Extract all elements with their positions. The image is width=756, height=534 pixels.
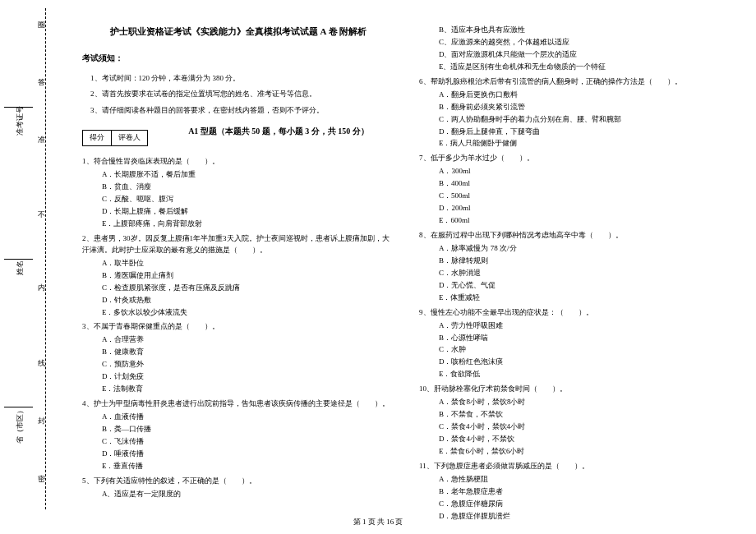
notice-1: 1、考试时间：120 分钟，本卷满分为 380 分。 — [90, 73, 394, 85]
q7-opt-e: E．600ml — [439, 215, 731, 227]
q6-opt-c: C．两人协助翻身时手的着力点分别在肩、腰、臂和腕部 — [439, 114, 731, 126]
q1-opt-c: C．反酸、呃呕、腹泻 — [102, 194, 394, 205]
q11-opt-a: A．急性肠梗阻 — [439, 474, 731, 486]
q5-stem: 5、下列有关适应特性的叙述，不正确的是（ ）。 — [82, 476, 394, 487]
q9-opt-d: D．咳粉红色泡沫痰 — [439, 357, 731, 368]
main-content: 护士职业资格证考试《实践能力》全真模拟考试试题 A 卷 附解析 考试须知： 1、… — [70, 0, 756, 534]
q11-opt-c: C．急腹症伴糖尿病 — [439, 499, 731, 510]
q8-opt-d: D．无心慌、气促 — [439, 280, 731, 292]
q6-opt-a: A．翻身后更换伤口敷料 — [439, 90, 731, 101]
seal-word-1: 答 — [36, 72, 47, 79]
q11-stem: 11、下列急腹症患者必须做胃肠减压的是（ ）。 — [419, 461, 731, 472]
q3-opt-d: D．计划免疫 — [102, 371, 394, 383]
exam-title: 护士职业资格证考试《实践能力》全真模拟考试试题 A 卷 附解析 — [82, 25, 394, 39]
field-region-line — [4, 407, 33, 407]
q9-opt-a: A．劳力性呼吸困难 — [439, 320, 731, 332]
q5-opt-e: E、适应是区别有生命机体和无生命物质的一个特征 — [439, 62, 731, 73]
notice-2: 2、请首先按要求在试卷的指定位置填写您的姓名、准考证号等信息。 — [90, 89, 394, 100]
score-box: 得分 评卷人 — [82, 130, 148, 146]
notice-3: 3、请仔细阅读各种题目的回答要求，在密封线内答题，否则不予评分。 — [90, 105, 394, 117]
q4-opt-a: A．血液传播 — [102, 412, 394, 423]
q10-opt-e: E．禁食6小时，禁饮6小时 — [439, 446, 731, 458]
q3-opt-e: E．法制教育 — [102, 384, 394, 395]
q7-opt-c: C．500ml — [439, 191, 731, 202]
q7-opt-b: B．400ml — [439, 178, 731, 190]
seal-word-6: 封 — [36, 411, 47, 417]
q2-opt-a: A．取半卧位 — [102, 258, 394, 269]
q2-opt-e: E．多饮水以较少体液流失 — [102, 307, 394, 319]
field-name-line — [4, 259, 33, 260]
page-footer: 第 1 页 共 16 页 — [0, 517, 756, 527]
q5-opt-c: C、应激源来的越突然，个体越难以适应 — [439, 37, 731, 48]
q4-opt-c: C．飞沫传播 — [102, 436, 394, 448]
seal-word-4: 内 — [36, 278, 47, 284]
q2-opt-b: B．遵医嘱使用止痛剂 — [102, 270, 394, 282]
seal-word-0: 圈 — [36, 15, 47, 21]
q9-opt-b: B．心源性哮喘 — [439, 333, 731, 344]
q10-opt-b: B．不禁食，不禁饮 — [439, 409, 731, 421]
q4-opt-e: E．垂直传播 — [102, 461, 394, 472]
q10-stem: 10、肝动脉栓塞化疗术前禁食时间（ ）。 — [419, 384, 731, 395]
q9-stem: 9、慢性左心功能不全最早出现的症状是：（ ）。 — [419, 307, 731, 319]
q6-opt-b: B．翻身前必须夹紧引流管 — [439, 102, 731, 113]
grader-label: 评卷人 — [112, 131, 147, 145]
q5-opt-d: D、面对应激源机体只能做一个层次的适应 — [439, 49, 731, 61]
question-type-heading: A1 型题（本题共 50 题，每小题 3 分，共 150 分） — [163, 125, 394, 138]
q1-opt-b: B．贫血、消瘦 — [102, 182, 394, 193]
q10-opt-c: C．禁食4小时，禁饮4小时 — [439, 421, 731, 433]
q4-opt-b: B．粪—口传播 — [102, 424, 394, 435]
q8-stem: 8、在服药过程中出现下列哪种情况考虑地高辛中毒（ ）。 — [419, 230, 731, 242]
q3-stem: 3、不属于青春期保健重点的是（ ）。 — [82, 321, 394, 333]
binding-margin: 圈 答 准 不 内 线 封 密 准考证号 姓名 省（市区） — [0, 0, 70, 534]
q1-stem: 1、符合慢性胃炎临床表现的是（ ）。 — [82, 156, 394, 168]
q9-opt-c: C．水肿 — [439, 344, 731, 356]
field-name: 姓名 — [15, 260, 25, 275]
q10-opt-d: D．禁食4小时，不禁饮 — [439, 434, 731, 445]
q8-opt-c: C．水肿消退 — [439, 268, 731, 279]
score-label: 得分 — [83, 131, 112, 145]
column-left: 护士职业资格证考试《实践能力》全真模拟考试试题 A 卷 附解析 考试须知： 1、… — [82, 25, 394, 534]
q8-opt-e: E．体重减轻 — [439, 292, 731, 304]
q4-stem: 4、护士为甲型病毒性肝炎患者进行出院前指导，告知患者该疾病传播的主要途径是（ ）… — [82, 398, 394, 410]
seal-word-7: 密 — [36, 468, 47, 475]
q2-stem: 2、患者男，30岁。因反复上腹痛1年半加重3天入院。护士夜间巡视时，患者诉上腹痛… — [82, 233, 394, 256]
q3-opt-a: A．合理营养 — [102, 334, 394, 346]
field-region: 省（市区） — [15, 407, 25, 444]
field-exam-id-line — [4, 107, 33, 108]
q2-opt-c: C．检查腹肌紧张度，是否有压痛及反跳痛 — [102, 283, 394, 294]
q4-opt-d: D．唾液传播 — [102, 449, 394, 460]
q10-opt-a: A．禁食8小时，禁饮8小时 — [439, 397, 731, 408]
q1-opt-d: D．长期上腹痛，餐后缓解 — [102, 206, 394, 218]
q5-opt-a: A、适应是有一定限度的 — [102, 489, 394, 500]
q9-opt-e: E．食欲降低 — [439, 369, 731, 380]
q11-opt-b: B．老年急腹症患者 — [439, 486, 731, 498]
notice-heading: 考试须知： — [82, 52, 394, 65]
q7-opt-d: D．200ml — [439, 203, 731, 214]
column-right: B、适应本身也具有应激性 C、应激源来的越突然，个体越难以适应 D、面对应激源机… — [419, 25, 731, 534]
q3-opt-b: B．健康教育 — [102, 347, 394, 358]
q6-opt-d: D．翻身后上腿伸直，下腿弯曲 — [439, 127, 731, 138]
q3-opt-c: C．预防意外 — [102, 359, 394, 371]
q8-opt-a: A．脉率减慢为 78 次/分 — [439, 243, 731, 255]
q7-opt-a: A．300ml — [439, 166, 731, 177]
q2-opt-d: D．针灸或热敷 — [102, 295, 394, 306]
q5-opt-b: B、适应本身也具有应激性 — [439, 25, 731, 36]
seal-word-3: 不 — [36, 205, 47, 212]
q6-stem: 6、帮助乳腺癌根治术后带有引流管的病人翻身时，正确的操作方法是（ ）。 — [419, 76, 731, 88]
q6-opt-e: E．病人只能侧卧于健侧 — [439, 138, 731, 150]
seal-word-2: 准 — [36, 130, 47, 136]
seal-word-5: 线 — [36, 353, 47, 360]
field-exam-id: 准考证号 — [15, 106, 25, 136]
q8-opt-b: B．脉律转规则 — [439, 255, 731, 267]
q1-opt-a: A．长期腹胀不适，餐后加重 — [102, 169, 394, 181]
q7-stem: 7、低于多少为羊水过少（ ）。 — [419, 153, 731, 164]
seal-dashed-line — [45, 8, 46, 509]
q1-opt-e: E．上腹部疼痛，向肩背部放射 — [102, 219, 394, 230]
